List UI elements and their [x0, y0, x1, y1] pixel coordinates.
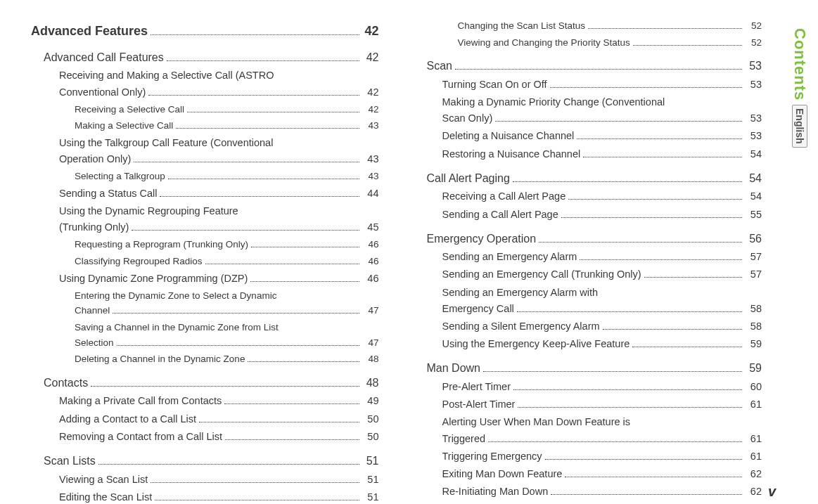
leader-dots [550, 87, 742, 88]
leader-dots [250, 281, 359, 282]
toc-entry: Post-Alert Timer61 [442, 396, 762, 413]
leader-dots [495, 121, 742, 122]
toc-entry-label: Restoring a Nuisance Channel [442, 146, 581, 162]
toc-entry: Entering the Dynamic Zone to Select a Dy… [75, 288, 379, 318]
leader-dots [117, 345, 359, 346]
toc-entry: Deleting a Channel in the Dynamic Zone48 [75, 351, 379, 367]
leader-dots [151, 482, 359, 483]
toc-entry-row: Exiting Man Down Feature62 [442, 466, 762, 482]
toc-entry-page: 54 [745, 169, 762, 188]
toc-entry-label: Selection [75, 335, 114, 351]
leader-dots [632, 347, 742, 347]
toc-entry-label: Conventional Only) [59, 84, 146, 101]
leader-dots [251, 247, 359, 247]
toc-entry-label: Saving a Channel in the Dynamic Zone fro… [75, 320, 379, 335]
toc-entry: Removing a Contact from a Call List50 [59, 429, 379, 445]
toc-entry: Using the Talkgroup Call Feature (Conven… [59, 135, 379, 167]
toc-entry-row: (Trunking Only)45 [59, 219, 379, 235]
leader-dots [545, 459, 742, 460]
toc-entry-row: Turning Scan On or Off53 [442, 77, 762, 93]
toc-entry: Using Dynamic Zone Programming (DZP)46 [59, 271, 379, 287]
toc-entry-page: 54 [745, 188, 762, 205]
toc-left-column: Advanced Features42Advanced Call Feature… [17, 17, 393, 504]
toc-entry-label: Exiting Man Down Feature [442, 466, 563, 482]
leader-dots [91, 386, 359, 387]
toc-entry-page: 62 [745, 466, 762, 482]
leader-dots [568, 199, 742, 200]
toc-entry: Scan53 [427, 57, 762, 75]
leader-dots [518, 407, 742, 408]
toc-entry: Receiving a Call Alert Page54 [442, 188, 762, 205]
toc-entry-page: 45 [362, 219, 379, 235]
toc-entry-page: 47 [362, 303, 379, 318]
toc-entry-page: 57 [745, 266, 762, 283]
toc-entry-page: 62 [745, 484, 762, 500]
toc-entry-label: Scan Only) [442, 110, 493, 127]
leader-dots [113, 313, 359, 314]
toc-entry-page: 52 [745, 35, 762, 51]
toc-entry: Advanced Call Features42 [44, 49, 379, 67]
toc-entry-label: Editing the Scan List [59, 489, 152, 504]
toc-entry-page: 44 [362, 186, 379, 202]
toc-entry-row: Advanced Call Features42 [44, 49, 379, 67]
toc-entry-row: Selecting a Talkgroup43 [75, 169, 379, 184]
toc-entry: Requesting a Reprogram (Trunking Only)46 [75, 237, 379, 252]
toc-entry: Call Alert Paging54 [427, 169, 762, 188]
toc-entry-page: 57 [745, 249, 762, 265]
toc-entry-page: 42 [362, 84, 379, 101]
leader-dots [588, 28, 742, 29]
toc-entry-page: 49 [362, 393, 379, 409]
toc-entry-label: Making a Dynamic Priority Change (Conven… [442, 94, 762, 110]
toc-entry-label: Advanced Features [31, 21, 148, 41]
toc-entry-label: Using the Talkgroup Call Feature (Conven… [59, 135, 379, 151]
toc-entry-row: Scan Lists51 [44, 452, 379, 470]
toc-entry-row: Scan Only)53 [442, 110, 762, 127]
toc-entry: Classifying Regrouped Radios46 [75, 254, 379, 269]
toc-entry-page: 48 [362, 351, 379, 367]
toc-entry-page: 48 [362, 374, 379, 392]
toc-entry-page: 58 [745, 318, 762, 335]
toc-entry-page: 50 [362, 429, 379, 445]
leader-dots [539, 242, 742, 243]
toc-entry-row: Testing the Man Down Feature62 [442, 501, 762, 504]
toc-entry-label: Making a Private Call from Contacts [59, 393, 222, 409]
toc-entry-page: 53 [745, 128, 762, 144]
toc-entry-page: 50 [362, 411, 379, 427]
toc-entry-page: 52 [745, 18, 762, 34]
toc-entry: Sending an Emergency Call (Trunking Only… [442, 266, 762, 283]
toc-entry-row: Triggering Emergency61 [442, 448, 762, 465]
toc-entry-page: 55 [745, 207, 762, 223]
leader-dots [224, 403, 359, 404]
toc-entry-row: Receiving a Call Alert Page54 [442, 188, 762, 205]
toc-entry: Saving a Channel in the Dynamic Zone fro… [75, 320, 379, 350]
footer-page-number: v [768, 484, 776, 500]
toc-entry-label: Making a Selective Call [75, 118, 173, 134]
toc-entry-label: Call Alert Paging [427, 169, 510, 188]
toc-entry: Sending a Call Alert Page55 [442, 207, 762, 223]
leader-dots [134, 162, 359, 162]
toc-entry-label: Channel [75, 303, 110, 318]
toc-entry: Editing the Scan List51 [59, 489, 379, 504]
toc-entry-row: Requesting a Reprogram (Trunking Only)46 [75, 237, 379, 252]
toc-entry: Sending an Emergency Alarm57 [442, 249, 762, 265]
toc-entry: Adding a Contact to a Call List50 [59, 411, 379, 427]
toc-entry-label: Adding a Contact to a Call List [59, 411, 196, 427]
toc-entry-label: Sending an Emergency Call (Trunking Only… [442, 266, 641, 283]
toc-entry-row: Deleting a Nuisance Channel53 [442, 128, 762, 144]
toc-entry-row: Viewing a Scan List51 [59, 472, 379, 488]
leader-dots [132, 230, 359, 231]
toc-entry-row: Emergency Operation56 [427, 230, 762, 248]
toc-entry-label: Deleting a Nuisance Channel [442, 128, 575, 144]
toc-entry-page: 53 [745, 57, 762, 75]
toc-entry-label: Post-Alert Timer [442, 396, 516, 413]
toc-entry: Viewing a Scan List51 [59, 472, 379, 488]
toc-entry-label: Advanced Call Features [44, 49, 164, 67]
toc-entry-page: 51 [362, 489, 379, 504]
leader-dots [483, 371, 742, 372]
toc-entry-row: Adding a Contact to a Call List50 [59, 411, 379, 427]
toc-entry-page: 47 [362, 335, 379, 351]
toc-entry: Contacts48 [44, 374, 379, 392]
leader-dots [644, 277, 742, 278]
leader-dots [583, 157, 742, 157]
toc-entry-row: Advanced Features42 [31, 21, 379, 41]
